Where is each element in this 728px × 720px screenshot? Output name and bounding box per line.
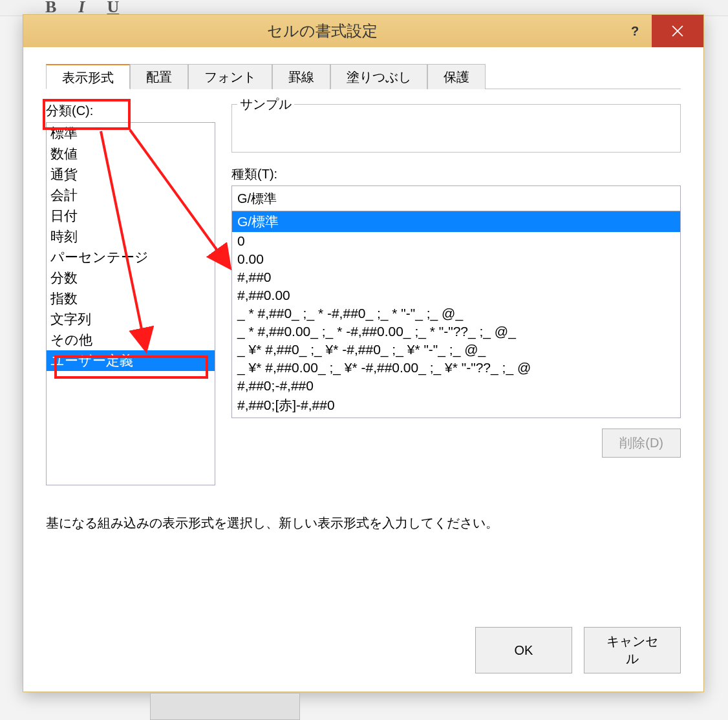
- ok-button[interactable]: OK: [475, 627, 572, 673]
- sample-group: サンプル: [231, 96, 681, 153]
- category-item[interactable]: 指数: [47, 288, 215, 309]
- cancel-button[interactable]: キャンセル: [584, 627, 681, 673]
- category-item[interactable]: 会計: [47, 185, 215, 206]
- type-item[interactable]: _ ¥* #,##0_ ;_ ¥* -#,##0_ ;_ ¥* "-"_ ;_ …: [232, 341, 680, 359]
- type-item[interactable]: #,##0.00: [232, 286, 680, 304]
- category-item[interactable]: パーセンテージ: [47, 247, 215, 268]
- type-item[interactable]: 0: [232, 232, 680, 250]
- dialog-title: セルの書式設定: [23, 21, 621, 41]
- category-label: 分類(C):: [46, 102, 215, 120]
- type-label: 種類(T):: [231, 165, 681, 183]
- type-item[interactable]: #,##0;-#,##0: [232, 377, 680, 395]
- delete-button[interactable]: 削除(D): [602, 429, 681, 458]
- type-item[interactable]: _ * #,##0_ ;_ * -#,##0_ ;_ * "-"_ ;_ @_: [232, 304, 680, 323]
- tab-border[interactable]: 罫線: [272, 64, 330, 89]
- type-item[interactable]: #,##0;[赤]-#,##0: [232, 395, 680, 416]
- help-icon: ?: [631, 24, 639, 39]
- tab-font[interactable]: フォント: [188, 64, 272, 89]
- type-list[interactable]: G/標準 0 0.00 #,##0 #,##0.00 _ * #,##0_ ;_…: [231, 211, 681, 418]
- type-input[interactable]: [231, 185, 681, 211]
- category-item[interactable]: 通貨: [47, 164, 215, 185]
- spreadsheet-column-fragment: [150, 693, 300, 720]
- category-item[interactable]: 標準: [47, 123, 215, 143]
- close-icon: [672, 25, 683, 37]
- type-item[interactable]: 0.00: [232, 250, 680, 268]
- category-list[interactable]: 標準 数値 通貨 会計 日付 時刻 パーセンテージ 分数 指数 文字列 その他 …: [46, 122, 215, 485]
- dialog-titlebar: セルの書式設定 ?: [23, 15, 703, 47]
- tab-alignment[interactable]: 配置: [130, 64, 188, 89]
- tab-strip: 表示形式 配置 フォント 罫線 塗りつぶし 保護: [46, 63, 681, 89]
- help-button[interactable]: ?: [621, 17, 649, 45]
- type-item[interactable]: _ * #,##0.00_ ;_ * -#,##0.00_ ;_ * "-"??…: [232, 323, 680, 341]
- type-item[interactable]: #,##0: [232, 268, 680, 286]
- category-item[interactable]: 時刻: [47, 226, 215, 247]
- category-item[interactable]: その他: [47, 330, 215, 350]
- dialog-body: 表示形式 配置 フォント 罫線 塗りつぶし 保護 分類(C): 標準 数値 通貨…: [30, 54, 697, 685]
- type-item[interactable]: G/標準: [232, 211, 680, 232]
- format-cells-dialog: セルの書式設定 ? 表示形式 配置 フォント 罫線 塗りつぶし 保護 分類(C)…: [23, 14, 704, 692]
- description-text: 基になる組み込みの表示形式を選択し、新しい表示形式を入力してください。: [46, 514, 681, 532]
- category-item-user-defined[interactable]: ユーザー定義: [47, 350, 215, 371]
- close-button[interactable]: [652, 15, 703, 47]
- tab-fill[interactable]: 塗りつぶし: [330, 64, 427, 89]
- tab-number-format[interactable]: 表示形式: [46, 64, 130, 89]
- category-item[interactable]: 分数: [47, 268, 215, 288]
- category-item[interactable]: 数値: [47, 143, 215, 164]
- sample-legend: サンプル: [237, 96, 294, 113]
- category-item[interactable]: 文字列: [47, 309, 215, 330]
- category-item[interactable]: 日付: [47, 206, 215, 226]
- type-item[interactable]: _ ¥* #,##0.00_ ;_ ¥* -#,##0.00_ ;_ ¥* "-…: [232, 359, 680, 377]
- tab-protection[interactable]: 保護: [427, 64, 486, 89]
